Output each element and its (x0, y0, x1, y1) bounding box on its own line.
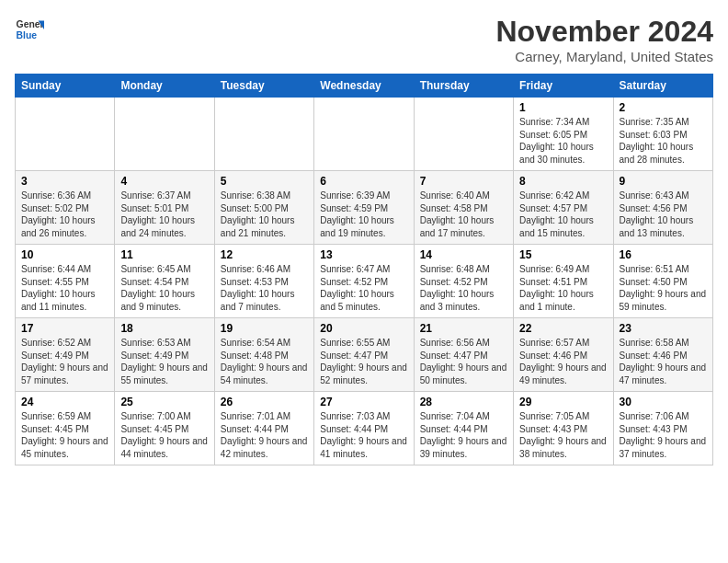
calendar-cell: 21Sunrise: 6:56 AM Sunset: 4:47 PM Dayli… (414, 318, 513, 392)
day-of-week-header: Monday (115, 75, 214, 98)
day-number: 16 (620, 248, 707, 261)
calendar-cell (115, 98, 214, 171)
day-info: Sunrise: 6:43 AM Sunset: 4:56 PM Dayligh… (620, 190, 707, 239)
day-number: 25 (120, 396, 208, 408)
day-info: Sunrise: 6:37 AM Sunset: 5:01 PM Dayligh… (120, 190, 208, 239)
day-info: Sunrise: 6:56 AM Sunset: 4:47 PM Dayligh… (420, 337, 507, 386)
day-number: 23 (620, 322, 707, 335)
calendar-cell: 6Sunrise: 6:39 AM Sunset: 4:59 PM Daylig… (314, 171, 414, 245)
calendar-cell: 17Sunrise: 6:52 AM Sunset: 4:49 PM Dayli… (16, 318, 115, 392)
calendar-cell: 14Sunrise: 6:48 AM Sunset: 4:52 PM Dayli… (414, 245, 513, 318)
calendar-cell: 12Sunrise: 6:46 AM Sunset: 4:53 PM Dayli… (214, 245, 313, 318)
day-number: 12 (221, 248, 308, 261)
day-info: Sunrise: 6:53 AM Sunset: 4:49 PM Dayligh… (120, 337, 208, 386)
day-info: Sunrise: 7:00 AM Sunset: 4:45 PM Dayligh… (120, 410, 208, 460)
day-info: Sunrise: 6:48 AM Sunset: 4:52 PM Dayligh… (420, 263, 507, 313)
calendar-cell: 29Sunrise: 7:05 AM Sunset: 4:43 PM Dayli… (514, 392, 613, 465)
calendar-cell: 3Sunrise: 6:36 AM Sunset: 5:02 PM Daylig… (16, 171, 115, 245)
day-number: 4 (120, 175, 208, 188)
day-number: 17 (21, 322, 108, 335)
day-info: Sunrise: 6:51 AM Sunset: 4:50 PM Dayligh… (620, 263, 707, 313)
day-of-week-header: Wednesday (314, 75, 414, 98)
day-info: Sunrise: 7:05 AM Sunset: 4:43 PM Dayligh… (519, 410, 607, 460)
calendar-cell: 25Sunrise: 7:00 AM Sunset: 4:45 PM Dayli… (115, 392, 214, 465)
day-number: 5 (221, 175, 308, 188)
calendar-cell (414, 98, 513, 171)
day-number: 18 (120, 322, 208, 335)
day-info: Sunrise: 7:35 AM Sunset: 6:03 PM Dayligh… (620, 116, 707, 166)
day-info: Sunrise: 6:52 AM Sunset: 4:49 PM Dayligh… (21, 337, 108, 386)
title-section: November 2024 Carney, Maryland, United S… (495, 15, 713, 64)
day-info: Sunrise: 6:42 AM Sunset: 4:57 PM Dayligh… (519, 190, 607, 239)
day-info: Sunrise: 6:47 AM Sunset: 4:52 PM Dayligh… (320, 263, 407, 313)
calendar-cell: 2Sunrise: 7:35 AM Sunset: 6:03 PM Daylig… (613, 98, 712, 171)
calendar-cell: 5Sunrise: 6:38 AM Sunset: 5:00 PM Daylig… (214, 171, 313, 245)
day-number: 9 (620, 175, 707, 188)
day-info: Sunrise: 6:38 AM Sunset: 5:00 PM Dayligh… (221, 190, 308, 239)
day-number: 19 (221, 322, 308, 335)
day-number: 1 (519, 101, 607, 114)
header: General Blue November 2024 Carney, Maryl… (15, 15, 713, 64)
day-info: Sunrise: 7:01 AM Sunset: 4:44 PM Dayligh… (221, 410, 308, 460)
calendar-cell: 24Sunrise: 6:59 AM Sunset: 4:45 PM Dayli… (16, 392, 115, 465)
calendar-cell: 4Sunrise: 6:37 AM Sunset: 5:01 PM Daylig… (115, 171, 214, 245)
day-number: 8 (519, 175, 607, 188)
day-number: 11 (120, 248, 208, 261)
calendar-cell: 18Sunrise: 6:53 AM Sunset: 4:49 PM Dayli… (115, 318, 214, 392)
day-number: 7 (420, 175, 507, 188)
calendar-cell: 8Sunrise: 6:42 AM Sunset: 4:57 PM Daylig… (514, 171, 613, 245)
calendar-cell: 20Sunrise: 6:55 AM Sunset: 4:47 PM Dayli… (314, 318, 414, 392)
day-of-week-header: Tuesday (214, 75, 313, 98)
day-info: Sunrise: 6:40 AM Sunset: 4:58 PM Dayligh… (420, 190, 507, 239)
calendar-cell: 15Sunrise: 6:49 AM Sunset: 4:51 PM Dayli… (514, 245, 613, 318)
day-number: 14 (420, 248, 507, 261)
day-info: Sunrise: 6:54 AM Sunset: 4:48 PM Dayligh… (221, 337, 308, 386)
day-number: 20 (320, 322, 407, 335)
calendar-cell: 26Sunrise: 7:01 AM Sunset: 4:44 PM Dayli… (214, 392, 313, 465)
calendar-table: SundayMondayTuesdayWednesdayThursdayFrid… (15, 74, 713, 465)
calendar-cell: 7Sunrise: 6:40 AM Sunset: 4:58 PM Daylig… (414, 171, 513, 245)
calendar-cell: 27Sunrise: 7:03 AM Sunset: 4:44 PM Dayli… (314, 392, 414, 465)
day-info: Sunrise: 7:04 AM Sunset: 4:44 PM Dayligh… (420, 410, 507, 460)
day-number: 21 (420, 322, 507, 335)
calendar-cell: 30Sunrise: 7:06 AM Sunset: 4:43 PM Dayli… (613, 392, 712, 465)
day-info: Sunrise: 6:58 AM Sunset: 4:46 PM Dayligh… (620, 337, 707, 386)
day-number: 15 (519, 248, 607, 261)
calendar-cell: 10Sunrise: 6:44 AM Sunset: 4:55 PM Dayli… (16, 245, 115, 318)
day-number: 30 (620, 396, 707, 408)
day-of-week-header: Sunday (16, 75, 115, 98)
day-number: 10 (21, 248, 108, 261)
day-number: 26 (221, 396, 308, 408)
day-info: Sunrise: 6:59 AM Sunset: 4:45 PM Dayligh… (21, 410, 108, 460)
day-of-week-header: Thursday (414, 75, 513, 98)
calendar-cell: 28Sunrise: 7:04 AM Sunset: 4:44 PM Dayli… (414, 392, 513, 465)
day-number: 2 (620, 101, 707, 114)
day-info: Sunrise: 6:57 AM Sunset: 4:46 PM Dayligh… (519, 337, 607, 386)
day-number: 28 (420, 396, 507, 408)
calendar-cell: 19Sunrise: 6:54 AM Sunset: 4:48 PM Dayli… (214, 318, 313, 392)
day-number: 24 (21, 396, 108, 408)
calendar-cell (214, 98, 313, 171)
day-number: 6 (320, 175, 407, 188)
day-info: Sunrise: 7:06 AM Sunset: 4:43 PM Dayligh… (620, 410, 707, 460)
svg-text:Blue: Blue (17, 30, 38, 40)
calendar-cell (16, 98, 115, 171)
calendar-cell: 11Sunrise: 6:45 AM Sunset: 4:54 PM Dayli… (115, 245, 214, 318)
calendar-cell: 16Sunrise: 6:51 AM Sunset: 4:50 PM Dayli… (613, 245, 712, 318)
month-year-title: November 2024 (495, 15, 713, 49)
calendar-cell: 23Sunrise: 6:58 AM Sunset: 4:46 PM Dayli… (613, 318, 712, 392)
day-info: Sunrise: 6:36 AM Sunset: 5:02 PM Dayligh… (21, 190, 108, 239)
calendar-cell (314, 98, 414, 171)
logo-icon: General Blue (15, 15, 44, 44)
day-info: Sunrise: 6:45 AM Sunset: 4:54 PM Dayligh… (120, 263, 208, 313)
day-number: 27 (320, 396, 407, 408)
day-info: Sunrise: 6:46 AM Sunset: 4:53 PM Dayligh… (221, 263, 308, 313)
day-of-week-header: Saturday (613, 75, 712, 98)
day-info: Sunrise: 7:03 AM Sunset: 4:44 PM Dayligh… (320, 410, 407, 460)
calendar-cell: 9Sunrise: 6:43 AM Sunset: 4:56 PM Daylig… (613, 171, 712, 245)
day-info: Sunrise: 7:34 AM Sunset: 6:05 PM Dayligh… (519, 116, 607, 166)
day-number: 29 (519, 396, 607, 408)
day-info: Sunrise: 6:39 AM Sunset: 4:59 PM Dayligh… (320, 190, 407, 239)
day-number: 3 (21, 175, 108, 188)
day-info: Sunrise: 6:44 AM Sunset: 4:55 PM Dayligh… (21, 263, 108, 313)
